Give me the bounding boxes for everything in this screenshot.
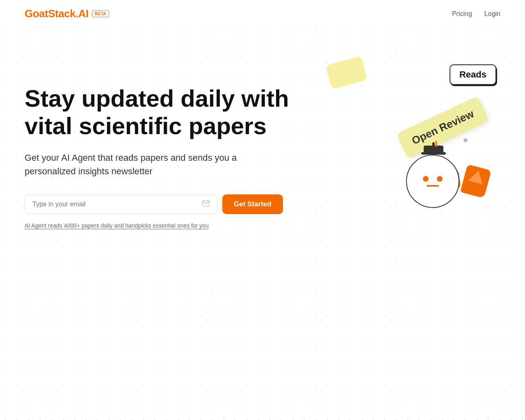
logo-area: GoatStack.AI BETA [25,7,109,20]
robot-eye-left [423,176,429,182]
navbar: GoatStack.AI BETA Pricing Login [0,0,525,27]
main-content: Stay updated daily with vital scientific… [0,27,525,257]
orange-arrow-icon [460,164,491,198]
hero-illustration: Reads Open Review vLX16 [328,60,500,233]
logo-text: GoatStack.AI [25,7,89,20]
reads-badge: Reads [450,64,496,85]
nav-links: Pricing Login [452,10,500,18]
nav-pricing[interactable]: Pricing [452,10,472,18]
email-form: Get Started [25,194,295,214]
get-started-button[interactable]: Get Started [222,194,283,214]
cap-tassel [436,141,437,147]
robot-face [406,155,459,208]
robot-eye-right [437,176,443,182]
nav-login[interactable]: Login [484,10,500,18]
hero-heading: Stay updated daily with vital scientific… [25,85,295,139]
robot-eyes [423,176,443,182]
email-input[interactable] [32,201,198,208]
beta-badge: BETA [92,10,109,17]
hero-left: Stay updated daily with vital scientific… [25,77,295,229]
email-input-wrapper [25,194,217,214]
email-icon [202,201,210,208]
gray-dot-2 [463,138,468,142]
hero-subtext: Get your AI Agent that reads papers and … [25,151,262,178]
tagline: AI Agent reads 4000+ papers daily and ha… [25,222,295,229]
speech-bubble-top [326,56,368,89]
graduation-cap [424,146,443,153]
robot-mouth [427,185,439,187]
